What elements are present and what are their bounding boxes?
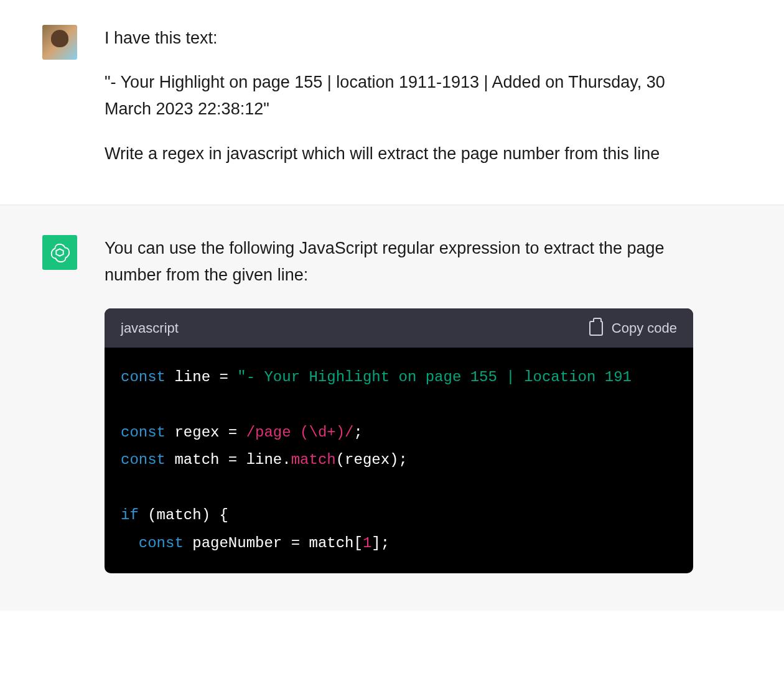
assistant-message: You can use the following JavaScript reg… — [0, 205, 784, 611]
code-token: . — [282, 451, 291, 468]
code-token-keyword: const — [121, 424, 166, 441]
code-header: javascript Copy code — [105, 308, 693, 348]
code-token: line — [174, 369, 210, 386]
code-token-method: match — [291, 451, 336, 468]
code-token: regex — [174, 424, 219, 441]
code-token: = — [219, 451, 246, 468]
user-text-p1: I have this text: — [105, 25, 693, 52]
code-token: (regex); — [336, 451, 408, 468]
code-token — [184, 535, 192, 552]
code-token: match — [174, 451, 219, 468]
user-avatar — [42, 25, 77, 60]
copy-code-label: Copy code — [612, 317, 677, 339]
code-token — [166, 369, 174, 386]
openai-logo-icon — [48, 241, 72, 264]
user-text-p2: "- Your Highlight on page 155 | location… — [105, 69, 693, 122]
user-text-p3: Write a regex in javascript which will e… — [105, 141, 693, 167]
code-token-keyword: const — [139, 535, 184, 552]
code-token-keyword: const — [121, 451, 166, 468]
code-token: ; — [353, 424, 362, 441]
code-token: (match) { — [139, 507, 228, 524]
copy-code-button[interactable]: Copy code — [589, 317, 677, 339]
code-token: ]; — [371, 535, 390, 552]
code-token-keyword: const — [121, 369, 166, 386]
code-token: line — [246, 451, 282, 468]
code-token: = match[ — [282, 535, 363, 552]
code-language-label: javascript — [121, 317, 179, 339]
code-token: = — [219, 424, 246, 441]
user-message-content: I have this text: "- Your Highlight on p… — [96, 25, 693, 167]
assistant-avatar — [42, 235, 77, 270]
code-token: pageNumber — [192, 535, 282, 552]
code-token: = — [210, 369, 237, 386]
code-token-string: "- Your Highlight on page 155 | location… — [237, 369, 632, 386]
code-block: javascript Copy code const line = "- You… — [105, 308, 693, 573]
code-token-number: 1 — [363, 535, 371, 552]
clipboard-icon — [589, 321, 603, 336]
code-token-regex: /page (\d+)/ — [246, 424, 354, 441]
code-token — [121, 535, 139, 552]
code-token — [166, 451, 174, 468]
assistant-intro-text: You can use the following JavaScript reg… — [105, 235, 693, 289]
code-content: const line = "- Your Highlight on page 1… — [105, 348, 693, 573]
user-message: I have this text: "- Your Highlight on p… — [0, 0, 784, 205]
code-token-keyword: if — [121, 507, 139, 524]
assistant-message-content: You can use the following JavaScript reg… — [96, 235, 693, 573]
code-token — [166, 424, 174, 441]
